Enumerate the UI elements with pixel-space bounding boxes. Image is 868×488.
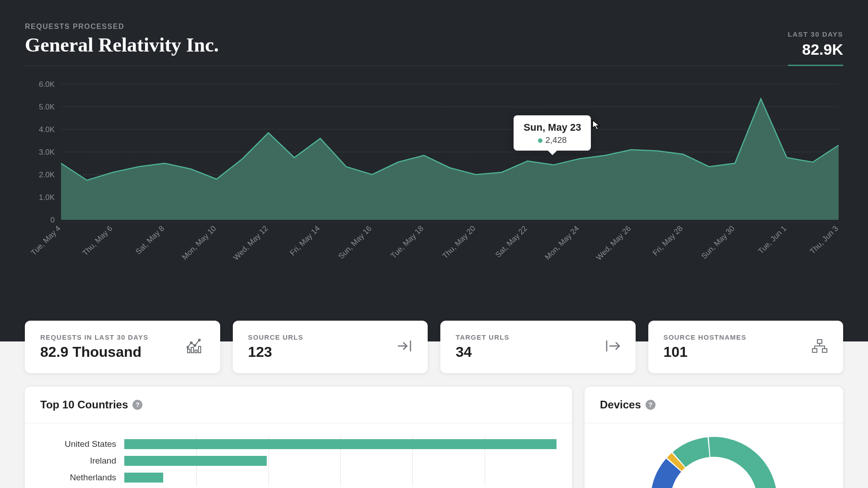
svg-text:Thu, May 6: Thu, May 6	[81, 224, 114, 257]
svg-rect-37	[817, 340, 822, 343]
country-label: United States	[40, 439, 124, 449]
panel-header: Devices ?	[585, 387, 843, 423]
header-left: REQUESTS PROCESSED General Relativity In…	[25, 23, 219, 57]
tooltip-dot-icon	[538, 138, 542, 143]
svg-text:Tue, May 4: Tue, May 4	[29, 224, 62, 257]
country-label: Netherlands	[40, 473, 124, 483]
panel-header: Top 10 Countries ?	[25, 387, 572, 423]
svg-text:Sun, May 16: Sun, May 16	[337, 224, 373, 261]
stat-card-label: TARGET URLS	[456, 333, 509, 341]
country-label: Ireland	[40, 456, 124, 466]
tooltip-title: Sun, May 23	[524, 122, 581, 133]
country-bar-row: Ireland	[40, 454, 557, 468]
svg-text:Sat, May 8: Sat, May 8	[134, 224, 166, 256]
svg-text:1.0K: 1.0K	[39, 193, 55, 202]
header-sublabel: REQUESTS PROCESSED	[25, 23, 219, 31]
stat-card-label: REQUESTS IN LAST 30 DAYS	[40, 333, 148, 341]
svg-point-32	[198, 339, 200, 341]
devices-panel: Devices ?	[585, 387, 843, 488]
stat-card-requests[interactable]: REQUESTS IN LAST 30 DAYS 82.9 Thousand	[25, 321, 220, 373]
stat-card-source-hostnames[interactable]: SOURCE HOSTNAMES 101	[648, 321, 844, 373]
svg-text:6.0K: 6.0K	[39, 80, 55, 89]
svg-rect-35	[195, 350, 197, 353]
stat-card-source-urls[interactable]: SOURCE URLS 123	[233, 321, 428, 373]
country-bar-row: United States	[40, 437, 557, 451]
svg-rect-39	[822, 349, 827, 352]
svg-text:3.0K: 3.0K	[39, 148, 55, 156]
period-summary[interactable]: LAST 30 DAYS 82.9K	[788, 30, 843, 66]
stat-card-value: 82.9 Thousand	[40, 344, 148, 360]
svg-text:Tue, Jun 1: Tue, Jun 1	[756, 224, 788, 256]
svg-rect-34	[191, 347, 193, 353]
stat-card-value: 101	[664, 344, 746, 360]
svg-text:Mon, May 10: Mon, May 10	[180, 224, 218, 261]
country-bar-track	[124, 456, 557, 466]
arrow-in-icon	[397, 340, 412, 354]
arrow-out-icon	[605, 340, 620, 354]
svg-text:Tue, May 18: Tue, May 18	[389, 224, 425, 260]
svg-text:Fri, May 14: Fri, May 14	[288, 224, 322, 257]
svg-rect-36	[198, 346, 201, 353]
country-bar-row: Netherlands	[40, 470, 557, 485]
svg-point-31	[194, 345, 196, 346]
page-title: General Relativity Inc.	[25, 33, 219, 57]
stat-card-value: 34	[456, 344, 509, 360]
period-value: 82.9K	[788, 41, 843, 58]
country-bar	[124, 456, 267, 466]
requests-area-chart[interactable]: 01.0K2.0K3.0K4.0K5.0K6.0KTue, May 4Thu, …	[25, 80, 843, 279]
tooltip-value: 2,428	[524, 135, 581, 145]
svg-text:Sat, May 22: Sat, May 22	[494, 224, 529, 259]
chart-tooltip: Sun, May 23 2,428	[514, 115, 591, 151]
svg-rect-33	[188, 349, 190, 353]
svg-point-29	[187, 346, 189, 348]
svg-text:4.0K: 4.0K	[39, 125, 55, 134]
panel-title: Devices	[600, 398, 641, 411]
country-bar-track	[124, 473, 557, 483]
country-bar	[124, 473, 163, 483]
countries-bar-chart[interactable]: United States Ireland Netherlands	[25, 423, 572, 488]
svg-text:Thu, May 20: Thu, May 20	[441, 224, 477, 260]
country-bar-track	[124, 439, 557, 449]
dashboard-header-section: REQUESTS PROCESSED General Relativity In…	[0, 0, 868, 341]
stat-card-label: SOURCE URLS	[248, 333, 303, 341]
tooltip-value-text: 2,428	[545, 135, 567, 145]
devices-donut-chart[interactable]	[585, 423, 843, 488]
svg-rect-38	[812, 349, 817, 352]
svg-point-30	[190, 342, 192, 344]
svg-text:Mon, May 24: Mon, May 24	[543, 224, 581, 261]
stat-card-target-urls[interactable]: TARGET URLS 34	[440, 321, 636, 373]
svg-text:2.0K: 2.0K	[39, 171, 55, 179]
countries-panel: Top 10 Countries ? United States Ireland…	[25, 387, 572, 488]
period-label: LAST 30 DAYS	[788, 30, 843, 38]
network-icon	[811, 339, 828, 355]
svg-text:Fri, May 28: Fri, May 28	[651, 224, 684, 257]
stat-card-value: 123	[248, 344, 303, 360]
header-row: REQUESTS PROCESSED General Relativity In…	[25, 23, 843, 66]
panel-title: Top 10 Countries	[40, 398, 128, 411]
stat-cards-row: REQUESTS IN LAST 30 DAYS 82.9 Thousand S…	[25, 321, 843, 373]
chart-icon	[187, 338, 205, 355]
svg-text:0: 0	[51, 216, 55, 224]
svg-text:Sun, May 30: Sun, May 30	[700, 224, 736, 261]
help-icon[interactable]: ?	[646, 400, 656, 410]
svg-text:Wed, May 12: Wed, May 12	[231, 224, 269, 262]
stat-card-label: SOURCE HOSTNAMES	[664, 333, 746, 341]
help-icon[interactable]: ?	[132, 400, 142, 410]
svg-text:Thu, Jun 3: Thu, Jun 3	[808, 224, 840, 256]
svg-text:Wed, May 26: Wed, May 26	[594, 224, 632, 262]
svg-text:5.0K: 5.0K	[39, 103, 55, 111]
country-bar	[124, 439, 557, 449]
